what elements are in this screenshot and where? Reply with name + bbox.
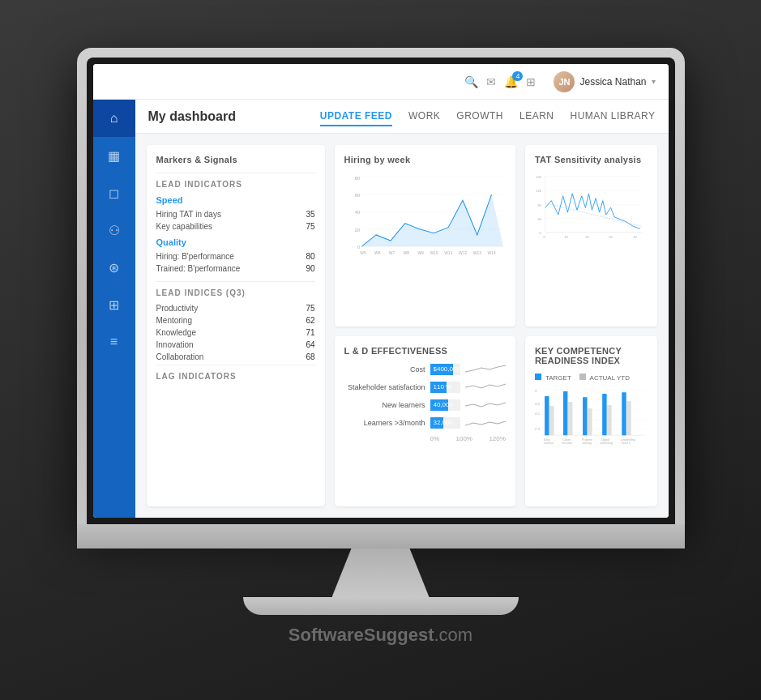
watermark-text: SoftwareSuggest [289,625,434,645]
sidebar: ⌂ ▦ ◻ ⚇ ⊛ [93,100,135,518]
ld-cost-trend [465,364,506,375]
legend-target-label: TARGET [545,374,571,382]
ld-cost-bar-container: $400,000 [430,364,460,375]
sidebar-item-chart[interactable]: ⊞ [93,286,135,323]
quality-row-2: Trained: B'performance 90 [156,264,315,273]
nav-items: UPDATE FEED WORK GROWTH LEARN HUMAN LIBR… [320,107,656,126]
sidebar-item-calendar[interactable]: ▦ [93,137,135,174]
bar-cyber-target [563,391,567,435]
bar-cyber-actual [568,402,572,435]
svg-text:0: 0 [539,231,541,235]
nav-item-update-feed[interactable]: UPDATE FEED [320,107,392,126]
index-row-1-value: 75 [306,304,314,313]
sidebar-item-people[interactable]: ⚇ [93,211,135,249]
mail-icon[interactable]: ✉ [486,75,496,88]
list-icon: ≡ [110,335,118,349]
svg-text:160: 160 [536,175,541,179]
svg-text:W8: W8 [403,250,409,255]
ld-row-stakeholder: Stakeholder satisfaction 110 % [344,382,506,393]
svg-text:0: 0 [357,245,359,250]
ld-learners-bar: 40,000 [430,399,448,411]
nav-item-learn[interactable]: LEARN [519,107,554,126]
quality-row-2-label: Trained: B'performance [156,264,241,273]
index-row-4-value: 64 [306,340,314,349]
index-row-2-label: Mentoring [156,316,192,325]
bar-digital-target [602,394,606,435]
sidebar-item-document[interactable]: ◻ [93,174,135,211]
legend-target-dot [535,373,541,380]
monitor-stand-top [77,524,685,548]
hiring-panel: Hiring by week 80 60 40 20 [335,145,515,327]
ld-panel-title: L & D EFFECTIVENESS [344,346,506,356]
sidebar-item-list[interactable]: ≡ [93,323,135,361]
svg-text:80: 80 [537,203,541,207]
grid-icon[interactable]: ⊞ [526,75,536,88]
ld-row-learners-3month: Learners >3/month 32,000 [344,417,506,429]
svg-text:science: science [544,442,554,445]
index-row-1: Productivity 75 [156,304,315,313]
ld-axis-100: 100% [456,435,472,442]
sidebar-item-home[interactable]: ⌂ [93,100,135,137]
index-row-5: Collaboration 68 [156,352,315,361]
quality-label: Quality [156,237,315,247]
monitor-stand-neck [332,548,430,597]
bar-data-science-actual [549,406,554,435]
top-bar: 🔍 ✉ 🔔 4 ⊞ JN Jessica Nathan ▾ [93,64,669,100]
bar-leadership-target [622,392,626,435]
tat-panel-title: TAT Sensitivity analysis [535,155,648,164]
ld-axis: 0% 100% 120% [344,435,506,442]
watermark: SoftwareSuggest.com [77,615,685,652]
svg-text:30: 30 [609,235,613,239]
people-icon: ⚇ [109,223,120,238]
ld-learners-trend [465,399,506,411]
ld-panel: L & D EFFECTIVENESS Cost $400,000 [335,336,515,506]
user-name-label: Jessica Nathan [579,76,646,88]
nav-item-human-library[interactable]: HUMAN LIBRARY [571,107,656,126]
legend-actual-dot [579,373,586,380]
markers-signals-panel: Markers & Signals LEAD INDICATORS Speed … [147,145,325,506]
speed-row-2-label: Key capabilities [156,222,212,231]
ld-learners-3month-bar-container: 32,000 [430,417,460,429]
ld-axis-120: 120% [489,435,505,442]
competency-chart: 9 4.8 4.5 2.3 [535,386,648,448]
svg-text:W14: W14 [487,250,495,255]
bar-digital-actual [607,405,611,435]
tat-chart-svg: 160 120 80 40 0 [535,173,648,247]
svg-text:2.3: 2.3 [535,427,541,431]
user-info[interactable]: JN Jessica Nathan ▾ [554,71,655,92]
speed-row-1-label: Hiring TAT in days [156,210,221,219]
search-icon[interactable]: 🔍 [464,75,478,88]
calendar-icon: ▦ [108,148,120,164]
nav-item-growth[interactable]: GROWTH [456,107,503,126]
legend-target: TARGET [535,373,571,382]
hiring-chart-svg: 80 60 40 20 0 [344,173,506,265]
screen-bezel: 🔍 ✉ 🔔 4 ⊞ JN Jessica Nathan ▾ [87,58,675,524]
notification-icon[interactable]: 🔔 4 [504,75,518,88]
speed-row-2-value: 75 [306,222,314,231]
svg-text:40: 40 [354,210,359,215]
bar-problem-target [583,397,587,435]
quality-row-1-label: Hiring: B'performance [156,252,234,261]
ld-learners-3month-bar: 32,000 [430,417,444,429]
ld-stakeholder-bar-container: 110 % [430,382,460,393]
quality-row-2-value: 90 [306,264,314,273]
index-row-4: Innovation 64 [156,340,315,349]
nav-item-work[interactable]: WORK [408,107,440,126]
tat-chart: 160 120 80 40 0 [535,173,648,250]
ld-row-cost: Cost $400,000 [344,364,506,375]
svg-text:80: 80 [354,176,359,181]
hiring-panel-title: Hiring by week [344,155,506,164]
sidebar-item-link[interactable]: ⊛ [93,249,135,286]
svg-text:level 2: level 2 [622,442,630,445]
competency-legend: TARGET ACTUAL YTD [535,373,648,382]
svg-text:W7: W7 [388,250,395,255]
avatar: JN [554,71,575,92]
legend-actual: ACTUAL YTD [579,373,630,382]
document-icon: ◻ [109,186,119,201]
svg-text:W12: W12 [458,250,466,255]
screen: 🔍 ✉ 🔔 4 ⊞ JN Jessica Nathan ▾ [93,64,669,518]
svg-text:9: 9 [535,389,537,393]
lead-indices-label: LEAD INDICES (Q3) [156,281,315,297]
svg-text:W9: W9 [417,250,424,255]
lag-indicators-label: LAG INDICATORS [156,365,315,381]
